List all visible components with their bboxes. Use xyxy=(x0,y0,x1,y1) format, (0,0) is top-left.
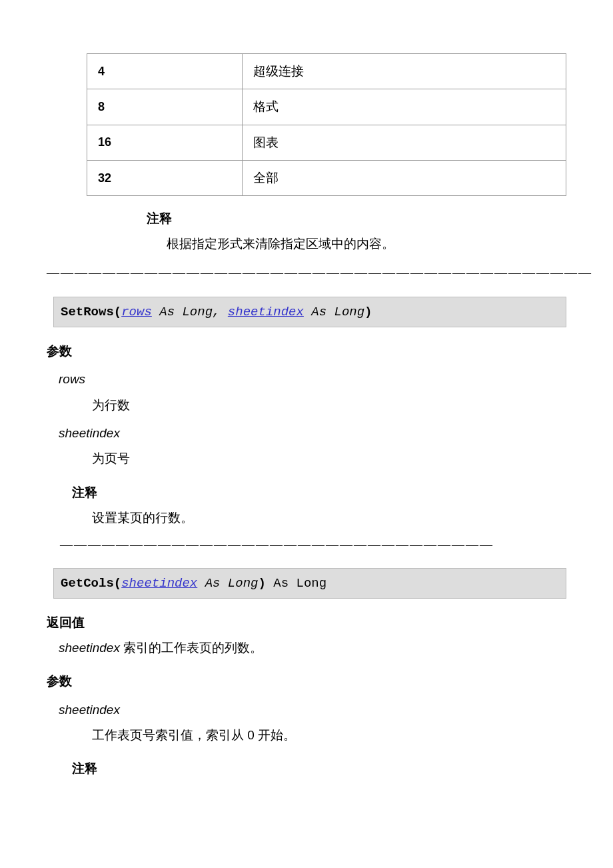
flags-table: 4 超级连接 8 格式 16 图表 32 全部 xyxy=(87,53,566,196)
code-text: As Long, xyxy=(152,305,228,319)
param-name: rows xyxy=(59,369,566,390)
param-name: sheetindex xyxy=(59,699,566,721)
note-heading: 注释 xyxy=(72,482,566,503)
note-heading: 注释 xyxy=(147,208,566,229)
note-text: 根据指定形式来清除指定区域中的内容。 xyxy=(167,233,566,255)
code-fn: SetRows( xyxy=(61,305,121,319)
code-text: As Long xyxy=(304,305,364,319)
note-heading: 注释 xyxy=(72,758,566,779)
code-text: As Long xyxy=(197,576,258,591)
table-row: 32 全部 xyxy=(87,160,566,195)
param-name: sheetindex xyxy=(59,423,566,444)
params-label: 参数 xyxy=(47,341,566,362)
code-close: ) xyxy=(258,576,265,591)
note-text: 设置某页的行数。 xyxy=(92,507,566,529)
table-row: 8 格式 xyxy=(87,89,566,125)
code-param-link[interactable]: sheetindex xyxy=(228,305,304,319)
code-param-link[interactable]: rows xyxy=(121,305,152,319)
table-val: 超级连接 xyxy=(243,54,566,89)
return-label: 返回值 xyxy=(47,612,566,633)
return-name: sheetindex xyxy=(59,641,120,655)
return-desc: 索引的工作表页的列数。 xyxy=(120,641,263,655)
table-val: 图表 xyxy=(243,125,566,160)
table-key: 16 xyxy=(87,125,243,160)
code-getcols: GetCols(sheetindex As Long) As Long xyxy=(53,568,566,599)
param-desc: 为行数 xyxy=(92,395,566,416)
code-close: ) xyxy=(364,305,372,319)
table-key: 32 xyxy=(87,160,243,195)
table-key: 8 xyxy=(87,89,243,125)
divider: ——————————————————————————————————————— xyxy=(47,261,566,285)
table-val: 格式 xyxy=(243,89,566,125)
divider: ——————————————————————————————— xyxy=(60,534,566,555)
document-page: 4 超级连接 8 格式 16 图表 32 全部 注释 根据指定形式来清除指定区域… xyxy=(0,0,613,824)
param-desc: 工作表页号索引值，索引从 0 开始。 xyxy=(92,725,566,746)
code-fn: GetCols( xyxy=(61,576,121,591)
table-val: 全部 xyxy=(243,160,566,195)
code-param-link[interactable]: sheetindex xyxy=(121,576,197,591)
code-setrows: SetRows(rows As Long, sheetindex As Long… xyxy=(53,297,566,327)
return-text: sheetindex 索引的工作表页的列数。 xyxy=(59,637,566,659)
table-key: 4 xyxy=(87,54,243,89)
params-label: 参数 xyxy=(47,671,566,692)
table-row: 4 超级连接 xyxy=(87,54,566,89)
code-ret: As Long xyxy=(266,576,326,591)
table-row: 16 图表 xyxy=(87,125,566,160)
param-desc: 为页号 xyxy=(92,448,566,469)
